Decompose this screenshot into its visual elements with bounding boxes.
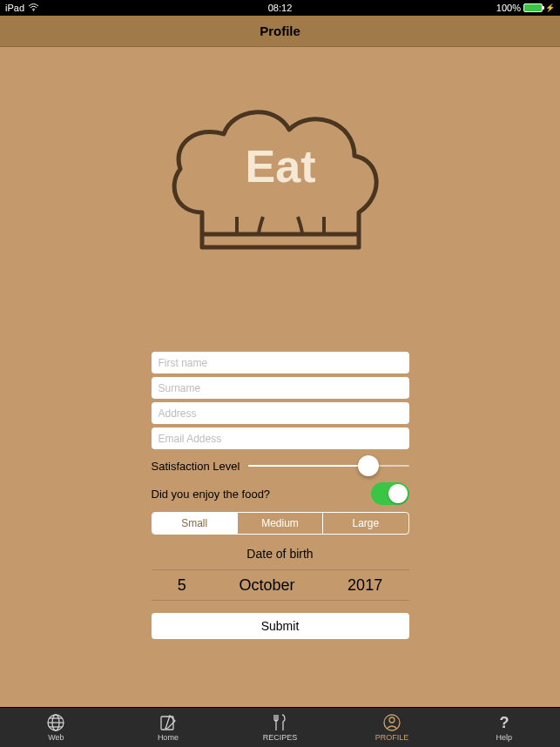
compose-icon <box>158 713 179 732</box>
tab-label: Home <box>158 733 179 742</box>
svg-point-8 <box>389 717 395 723</box>
content-area: Eat Satisfaction Level Did you enjoy the… <box>0 47 560 707</box>
device-frame: iPad 08:12 100% ⚡ Profile Eat <box>0 0 560 747</box>
profile-icon <box>381 713 402 732</box>
logo-chef-hat: Eat <box>150 82 411 282</box>
tab-recipes[interactable]: RECIPES <box>224 708 336 747</box>
tab-bar: Web Home RECIPES PROFILE ? Help <box>0 707 560 747</box>
tab-help[interactable]: ? Help <box>448 708 560 747</box>
tab-web[interactable]: Web <box>0 708 112 747</box>
tab-home[interactable]: Home <box>112 708 225 747</box>
status-right: 100% ⚡ <box>496 3 555 13</box>
switch-knob <box>388 484 408 503</box>
enjoy-switch[interactable] <box>371 482 409 505</box>
dob-year[interactable]: 2017 <box>347 576 382 595</box>
utensils-icon <box>269 713 290 732</box>
dob-month[interactable]: October <box>239 576 294 595</box>
segment-medium[interactable]: Medium <box>238 513 323 534</box>
battery-pct: 100% <box>496 3 521 13</box>
page-title: Profile <box>260 24 300 38</box>
address-field[interactable] <box>152 402 409 424</box>
svg-text:?: ? <box>499 714 509 731</box>
slider-thumb[interactable] <box>358 455 379 476</box>
svg-point-0 <box>33 10 35 11</box>
dob-label: Date of birth <box>152 547 409 561</box>
submit-button[interactable]: Submit <box>152 613 409 639</box>
tab-label: Web <box>48 733 64 742</box>
status-left: iPad <box>5 3 39 13</box>
enjoy-row: Did you enjoy the food? <box>152 482 409 505</box>
satisfaction-row: Satisfaction Level <box>152 454 409 477</box>
size-segmented-control[interactable]: Small Medium Large <box>152 512 409 535</box>
status-time: 08:12 <box>268 3 293 13</box>
carrier-label: iPad <box>5 3 24 13</box>
status-bar: iPad 08:12 100% ⚡ <box>0 0 560 16</box>
tab-profile[interactable]: PROFILE <box>336 708 449 747</box>
segment-large[interactable]: Large <box>323 513 408 534</box>
battery-icon <box>523 3 543 12</box>
surname-field[interactable] <box>152 377 409 399</box>
first-name-field[interactable] <box>152 352 409 374</box>
charging-icon: ⚡ <box>545 3 555 12</box>
enjoy-label: Did you enjoy the food? <box>152 488 271 501</box>
profile-form: Satisfaction Level Did you enjoy the foo… <box>152 352 409 639</box>
segment-small[interactable]: Small <box>152 513 238 534</box>
logo-text: Eat <box>245 141 315 192</box>
dob-picker[interactable]: 5 October 2017 <box>152 569 409 601</box>
nav-bar: Profile <box>0 16 560 47</box>
satisfaction-slider[interactable] <box>248 465 408 467</box>
email-field[interactable] <box>152 427 409 449</box>
globe-icon <box>45 713 66 732</box>
tab-label: PROFILE <box>375 733 409 742</box>
wifi-icon <box>28 3 39 13</box>
satisfaction-label: Satisfaction Level <box>152 460 240 473</box>
help-icon: ? <box>494 713 515 732</box>
dob-day[interactable]: 5 <box>178 576 186 595</box>
tab-label: Help <box>496 733 512 742</box>
tab-label: RECIPES <box>263 733 298 742</box>
